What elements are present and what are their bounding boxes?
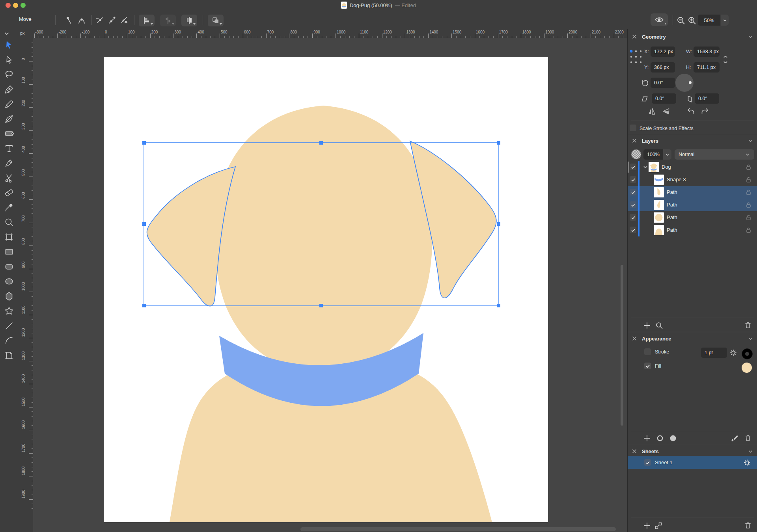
anchor-point-selector[interactable] — [628, 48, 643, 65]
apply-style-brush-icon[interactable] — [730, 434, 739, 443]
rotate-ccw-icon[interactable] — [686, 107, 695, 115]
canvas[interactable] — [33, 38, 627, 532]
star-tool[interactable] — [4, 306, 14, 316]
node-tool[interactable] — [4, 55, 14, 65]
close-panel-icon[interactable] — [632, 448, 637, 454]
y-input[interactable]: 366 px — [651, 62, 675, 73]
w-input[interactable]: 1538.3 px — [694, 47, 720, 57]
transform-tool[interactable] — [4, 232, 14, 242]
layer-thumbnail[interactable] — [654, 200, 664, 210]
text-tool[interactable] — [4, 143, 14, 154]
close-panel-icon[interactable] — [632, 34, 637, 39]
zoom-level-dropdown[interactable] — [721, 15, 729, 26]
layer-expand-chevron[interactable] — [643, 164, 648, 170]
layer-visibility-checkbox[interactable] — [630, 214, 636, 221]
zoom-tool[interactable] — [4, 217, 14, 227]
move-tool[interactable] — [4, 40, 14, 50]
layer-row-shape-3[interactable]: Shape 3 — [628, 173, 757, 186]
layer-lock-icon[interactable] — [745, 164, 752, 170]
search-layers-icon[interactable] — [655, 321, 664, 330]
delete-sheet-icon[interactable] — [744, 521, 752, 530]
canvas-vertical-scrollbar[interactable] — [621, 265, 623, 426]
skew-input[interactable]: 0.0° — [695, 93, 719, 104]
add-appearance-icon[interactable] — [643, 434, 651, 443]
brush-tool[interactable] — [4, 114, 14, 124]
fill-style-icon[interactable] — [669, 434, 677, 443]
sheet-row[interactable]: Sheet 1 — [628, 456, 757, 469]
eyedropper-tool[interactable] — [4, 203, 14, 213]
scissors-tool[interactable] — [4, 173, 14, 183]
boolean-union-button[interactable] — [208, 15, 224, 26]
arc-tool[interactable] — [4, 335, 14, 346]
layer-visibility-checkbox[interactable] — [630, 227, 636, 233]
chevron-down-icon[interactable] — [748, 34, 753, 40]
view-mode-button[interactable] — [651, 13, 668, 26]
flip-vertical-icon[interactable] — [662, 107, 670, 115]
cut-path-icon[interactable] — [119, 15, 129, 25]
layer-lock-icon[interactable] — [745, 176, 752, 183]
delete-node-icon[interactable] — [95, 15, 105, 25]
fill-checkbox[interactable] — [644, 363, 651, 369]
x-input[interactable]: 172.2 px — [651, 47, 675, 57]
line-tool[interactable] — [4, 321, 14, 331]
layer-row-dog[interactable]: Dog — [628, 161, 757, 173]
stroke-color-swatch[interactable] — [742, 348, 753, 359]
chevron-down-icon[interactable] — [748, 138, 753, 144]
delete-layer-icon[interactable] — [744, 321, 752, 329]
corner-node-icon[interactable] — [64, 15, 74, 25]
appearance-panel-header[interactable]: Appearance — [628, 333, 757, 344]
zoom-level-field[interactable]: 50% — [698, 15, 720, 26]
sheet-settings-gear-icon[interactable] — [743, 458, 751, 467]
layer-visibility-checkbox[interactable] — [630, 164, 636, 170]
scale-stroke-checkbox[interactable] — [630, 125, 636, 131]
vertical-ruler[interactable]: 0100200300400500600700800900100011001200… — [19, 38, 34, 532]
layer-row-path[interactable]: Path — [628, 199, 757, 211]
zoom-in-icon[interactable] — [687, 15, 697, 26]
canvas-horizontal-scrollbar[interactable] — [300, 527, 616, 531]
add-node-icon[interactable] — [107, 15, 117, 25]
layer-thumbnail[interactable] — [654, 187, 664, 197]
align-center-button[interactable] — [181, 15, 197, 26]
smooth-node-icon[interactable] — [76, 15, 87, 25]
rectangle-tool[interactable] — [4, 247, 14, 257]
layer-thumbnail[interactable] — [654, 212, 664, 223]
align-left-button[interactable] — [139, 15, 155, 26]
sidebar-chevron-icon[interactable] — [3, 30, 10, 37]
layer-row-path[interactable]: Path — [628, 224, 757, 236]
link-dimensions-icon[interactable] — [722, 54, 729, 65]
h-input[interactable]: 711.1 px — [694, 62, 720, 73]
layer-thumbnail[interactable] — [649, 162, 659, 172]
rounded-rectangle-tool[interactable] — [4, 262, 14, 272]
layers-panel-header[interactable]: Layers — [628, 135, 757, 147]
layer-visibility-checkbox[interactable] — [630, 201, 636, 208]
layer-lock-icon[interactable] — [745, 227, 752, 233]
add-layer-icon[interactable] — [643, 321, 651, 330]
rotate-cw-icon[interactable] — [701, 107, 709, 115]
layer-thumbnail[interactable] — [654, 225, 664, 235]
add-sheet-icon[interactable] — [643, 521, 651, 530]
close-panel-icon[interactable] — [632, 336, 637, 341]
eraser-tool[interactable] — [4, 188, 14, 198]
sheet-nodes-icon[interactable] — [654, 521, 663, 530]
layer-lock-icon[interactable] — [745, 201, 752, 208]
stroke-checkbox[interactable] — [644, 348, 651, 355]
stroke-settings-gear-icon[interactable] — [729, 348, 738, 357]
sheet-visibility-checkbox[interactable] — [644, 459, 651, 466]
sheets-panel-header[interactable]: Sheets — [628, 445, 757, 457]
knife-tool[interactable] — [4, 158, 14, 168]
pencil-tool[interactable] — [4, 99, 14, 109]
fill-color-swatch[interactable] — [742, 363, 752, 373]
layer-opacity-field[interactable]: 100% — [643, 149, 663, 160]
layer-row-path[interactable]: Path — [628, 186, 757, 199]
artboard-tool[interactable] — [4, 350, 14, 361]
distribute-button[interactable] — [160, 15, 176, 26]
lasso-tool[interactable] — [4, 69, 14, 80]
shear-input[interactable]: 0.0° — [652, 93, 676, 104]
pen-tool[interactable] — [4, 84, 14, 95]
layer-opacity-dropdown[interactable] — [663, 149, 671, 160]
layer-row-path[interactable]: Path — [628, 211, 757, 224]
delete-appearance-icon[interactable] — [744, 433, 752, 442]
layer-lock-icon[interactable] — [745, 214, 752, 221]
flip-horizontal-icon[interactable] — [647, 107, 656, 115]
layer-lock-icon[interactable] — [745, 189, 752, 195]
